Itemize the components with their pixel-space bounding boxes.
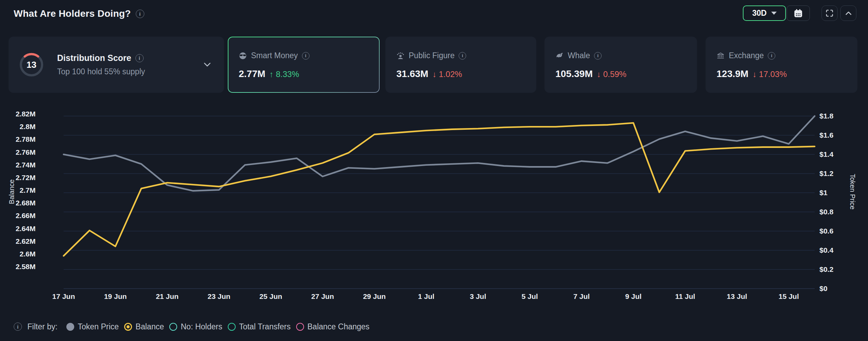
legend-info-icon[interactable]: i (14, 323, 22, 331)
stat-card-info-icon[interactable]: i (302, 52, 310, 60)
bank-icon (716, 52, 725, 60)
balance-tick-label: 2.8M (0, 123, 36, 131)
date-tick-label: 11 Jul (666, 292, 704, 301)
legend-marker (296, 323, 304, 331)
legend-item-balance[interactable]: Balance (124, 322, 164, 331)
calendar-button[interactable] (787, 5, 810, 21)
legend-item-token-price[interactable]: Token Price (66, 322, 119, 331)
fullscreen-button[interactable] (821, 5, 838, 21)
price-tick-label: $0.6 (819, 227, 833, 235)
balance-tick-label: 2.66M (0, 212, 36, 220)
legend-item-balance-changes[interactable]: Balance Changes (296, 322, 370, 331)
stat-card-info-icon[interactable]: i (459, 52, 466, 60)
distribution-score-subtitle: Top 100 hold 55% supply (57, 67, 203, 76)
collapse-button[interactable] (840, 5, 856, 21)
time-range-value: 30D (752, 9, 766, 18)
date-tick-label: 5 Jul (511, 292, 549, 301)
stat-card-info-icon[interactable]: i (594, 52, 602, 60)
balance-tick-label: 2.64M (0, 225, 36, 233)
distribution-score-value: 13 (19, 52, 44, 77)
time-range-dropdown[interactable]: 30D (743, 5, 786, 21)
stat-card-change: ↑ 8.33% (269, 70, 299, 79)
stat-card-value: 123.9M (716, 68, 748, 79)
stat-card-smart-money[interactable]: Smart Moneyi2.77M↑ 8.33% (228, 37, 380, 93)
stat-card-value: 31.63M (396, 68, 428, 79)
distribution-info-icon[interactable]: i (135, 54, 144, 62)
date-tick-label: 21 Jun (148, 292, 186, 301)
distribution-score-gauge: 13 (19, 52, 44, 77)
date-tick-label: 19 Jun (96, 292, 134, 301)
stat-card-value: 105.39M (555, 68, 593, 79)
filter-by-label: Filter by: (27, 322, 57, 331)
stat-card-info-icon[interactable]: i (768, 52, 775, 60)
price-tick-label: $0.2 (819, 265, 833, 274)
price-tick-label: $1.8 (819, 112, 833, 120)
legend-item-label: No: Holders (181, 322, 222, 331)
legend-item-label: Total Transfers (239, 322, 291, 331)
series-balance-line (64, 123, 815, 256)
balance-tick-label: 2.76M (0, 148, 36, 156)
date-tick-label: 7 Jul (563, 292, 600, 301)
left-axis-title: Balance (8, 179, 16, 204)
stat-card-exchange[interactable]: Exchangei123.9M↓ 17.03% (706, 37, 857, 93)
legend-item-label: Balance (135, 322, 164, 331)
page-title: What Are Holders Doing? (14, 8, 131, 19)
stat-card-change: ↓ 1.02% (432, 70, 462, 79)
calendar-icon (793, 8, 803, 18)
price-tick-label: $0.4 (819, 246, 833, 254)
header: What Are Holders Doing? i (14, 5, 144, 22)
balance-tick-label: 2.68M (0, 199, 36, 207)
date-tick-label: 23 Jun (200, 292, 238, 301)
date-tick-label: 3 Jul (459, 292, 497, 301)
date-tick-label: 13 Jul (718, 292, 756, 301)
price-tick-label: $1.4 (819, 150, 833, 159)
price-tick-label: $1.2 (819, 169, 833, 178)
stat-card-label: Smart Money (251, 51, 298, 60)
legend-marker (124, 323, 132, 331)
price-tick-label: $0.8 (819, 208, 833, 216)
balance-tick-label: 2.74M (0, 161, 36, 169)
legend-item-label: Balance Changes (307, 322, 370, 331)
stat-card-change: ↓ 0.59% (597, 70, 627, 79)
balance-tick-label: 2.58M (0, 263, 36, 271)
stat-card-value: 2.77M (239, 68, 265, 79)
balance-tick-label: 2.7M (0, 186, 36, 194)
distribution-score-card[interactable]: 13 Distribution Score i Top 100 hold 55%… (9, 37, 224, 93)
legend-item-no-holders[interactable]: No: Holders (169, 322, 222, 331)
chart-legend: i Filter by: Token PriceBalanceNo: Holde… (14, 319, 369, 334)
stat-card-label: Public Figure (409, 51, 455, 60)
date-tick-label: 17 Jun (45, 292, 82, 301)
legend-item-total-transfers[interactable]: Total Transfers (228, 322, 291, 331)
stat-card-change: ↓ 17.03% (752, 70, 787, 79)
header-controls: 30D (743, 5, 856, 21)
holders-dashboard: { "header": { "title": "What Are Holders… (0, 0, 868, 341)
series-token-price-line (64, 116, 815, 191)
date-tick-label: 27 Jun (304, 292, 341, 301)
chevron-down-icon[interactable] (203, 60, 212, 69)
stat-card-label: Whale (568, 51, 590, 60)
legend-marker (66, 323, 74, 331)
legend-marker (228, 323, 236, 331)
stat-card-public-figure[interactable]: Public Figurei31.63M↓ 1.02% (385, 37, 536, 93)
balance-tick-label: 2.6M (0, 250, 36, 258)
balance-tick-label: 2.78M (0, 135, 36, 143)
whale-icon (555, 52, 564, 60)
date-tick-label: 29 Jun (356, 292, 393, 301)
date-tick-label: 25 Jun (252, 292, 290, 301)
date-tick-label: 15 Jul (770, 292, 807, 301)
chevron-up-icon (844, 9, 853, 18)
price-tick-label: $1.6 (819, 131, 833, 139)
price-tick-label: $1 (819, 189, 827, 197)
sunglasses-face-icon (239, 52, 247, 60)
balance-tick-label: 2.82M (0, 110, 36, 118)
balance-tick-label: 2.62M (0, 237, 36, 245)
stat-card-label: Exchange (729, 51, 764, 60)
date-tick-label: 9 Jul (615, 292, 652, 301)
price-tick-label: $0 (819, 285, 827, 293)
public-figure-icon (396, 52, 405, 60)
fullscreen-icon (825, 9, 834, 17)
caret-down-icon (771, 12, 777, 15)
balance-tick-label: 2.72M (0, 174, 36, 182)
stat-card-whale[interactable]: Whalei105.39M↓ 0.59% (544, 37, 697, 93)
title-info-icon[interactable]: i (136, 10, 144, 18)
